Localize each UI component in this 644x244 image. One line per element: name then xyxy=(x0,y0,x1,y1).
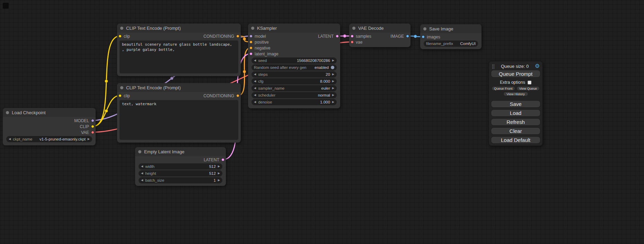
increment-arrow-icon[interactable]: ▶ xyxy=(218,165,220,168)
width-widget[interactable]: ◀ width 512 ▶ xyxy=(139,163,222,170)
node-empty-latent-image[interactable]: Empty Latent Image LATENT ◀ width 512 ▶ … xyxy=(135,147,226,186)
collapse-dot[interactable] xyxy=(352,27,355,30)
increment-arrow-icon[interactable]: ▶ xyxy=(218,179,220,182)
collapse-dot[interactable] xyxy=(6,111,9,114)
widget-value: 20 xyxy=(326,72,330,76)
toggle-knob[interactable] xyxy=(331,66,334,69)
save-button[interactable]: Save xyxy=(491,100,540,108)
scheduler-widget[interactable]: ◀ scheduler normal ▶ xyxy=(252,92,337,98)
conditioning-output-dot[interactable] xyxy=(236,94,239,97)
link-midpoint-dot[interactable] xyxy=(243,37,246,40)
clip-input-dot[interactable] xyxy=(118,94,122,97)
batch-size-widget[interactable]: ◀ batch_size 1 ▶ xyxy=(139,177,222,183)
images-input-dot[interactable] xyxy=(422,35,425,38)
collapse-dot[interactable] xyxy=(423,27,426,30)
drag-handle-icon[interactable]: ⣿ xyxy=(492,64,495,69)
graph-canvas[interactable]: Load Checkpoint MODEL CLIP VAE xyxy=(0,0,644,244)
increment-arrow-icon[interactable]: ▶ xyxy=(332,73,334,76)
cfg-widget[interactable]: ◀ cfg 8.000 ▶ xyxy=(252,78,337,84)
collapse-dot[interactable] xyxy=(120,86,123,89)
increment-arrow-icon[interactable]: ▶ xyxy=(332,80,334,83)
increment-arrow-icon[interactable]: ▶ xyxy=(88,138,90,141)
link-midpoint-dot[interactable] xyxy=(105,109,108,112)
decrement-arrow-icon[interactable]: ◀ xyxy=(254,101,256,103)
node-title-bar[interactable]: Empty Latent Image xyxy=(135,147,226,156)
decrement-arrow-icon[interactable]: ◀ xyxy=(141,165,143,168)
prompt-text-area[interactable]: text, watermark xyxy=(120,100,238,140)
vae-output-dot[interactable] xyxy=(91,131,94,134)
latent-output-dot[interactable] xyxy=(336,35,339,38)
queue-prompt-button[interactable]: Queue Prompt xyxy=(491,70,540,78)
increment-arrow-icon[interactable]: ▶ xyxy=(332,101,334,103)
steps-widget[interactable]: ◀ steps 20 ▶ xyxy=(252,71,337,78)
decrement-arrow-icon[interactable]: ◀ xyxy=(254,80,256,83)
node-vae-decode[interactable]: VAE Decode samples IMAGE vae xyxy=(349,24,411,47)
node-title-bar[interactable]: VAE Decode xyxy=(349,24,411,33)
widget-value: 8.000 xyxy=(320,79,330,83)
random-seed-toggle[interactable]: Random seed after every gen enabled xyxy=(252,64,337,71)
filename-prefix-widget[interactable]: filename_prefix ComfyUI xyxy=(424,40,478,47)
latent-output-dot[interactable] xyxy=(221,158,224,161)
queue-size-label: Queue size: 0 xyxy=(501,64,529,69)
seed-widget[interactable]: ◀ seed 156680208700286 ▶ xyxy=(252,57,337,64)
view-history-button[interactable]: View History xyxy=(503,92,528,96)
collapse-dot[interactable] xyxy=(138,150,141,153)
decrement-arrow-icon[interactable]: ◀ xyxy=(141,172,143,175)
vae-input-dot[interactable] xyxy=(351,40,354,44)
node-clip-text-encode-negative[interactable]: CLIP Text Encode (Prompt) clip CONDITION… xyxy=(117,83,241,143)
decrement-arrow-icon[interactable]: ◀ xyxy=(141,179,143,182)
node-title-bar[interactable]: Load Checkpoint xyxy=(3,108,96,117)
height-widget[interactable]: ◀ height 512 ▶ xyxy=(139,170,222,177)
node-load-checkpoint[interactable]: Load Checkpoint MODEL CLIP VAE xyxy=(3,108,96,145)
clear-button[interactable]: Clear xyxy=(491,127,540,135)
positive-input-dot[interactable] xyxy=(249,40,253,44)
node-clip-text-encode-positive[interactable]: CLIP Text Encode (Prompt) clip CONDITION… xyxy=(117,24,241,76)
ckpt-name-widget[interactable]: ◀ ckpt_name v1-5-pruned-emaonly.ckpt ▶ xyxy=(6,136,92,142)
node-title-bar[interactable]: CLIP Text Encode (Prompt) xyxy=(117,24,241,33)
decrement-arrow-icon[interactable]: ◀ xyxy=(9,138,11,141)
prompt-text-area[interactable]: beautiful scenery nature glass bottle la… xyxy=(120,40,238,73)
node-body: images filename_prefix ComfyUI xyxy=(420,33,482,49)
widget-value: euler xyxy=(321,86,330,90)
latent-image-input-dot[interactable] xyxy=(249,52,253,55)
settings-gear-icon[interactable]: ⚙ xyxy=(535,63,540,69)
model-output-dot[interactable] xyxy=(91,119,94,122)
collapse-dot[interactable] xyxy=(251,27,254,30)
collapse-dot[interactable] xyxy=(120,27,123,30)
node-title-bar[interactable]: Save Image xyxy=(420,24,482,33)
image-output-dot[interactable] xyxy=(406,35,409,38)
link-midpoint-dot[interactable] xyxy=(343,35,346,38)
sampler-name-widget[interactable]: ◀ sampler_name euler ▶ xyxy=(252,85,337,91)
samples-input-dot[interactable] xyxy=(351,35,354,38)
view-queue-button[interactable]: View Queue xyxy=(517,86,540,91)
node-title-bar[interactable]: CLIP Text Encode (Prompt) xyxy=(117,83,241,92)
negative-input-dot[interactable] xyxy=(249,46,253,49)
link-midpoint-dot[interactable] xyxy=(414,35,417,38)
clip-input-dot[interactable] xyxy=(118,35,122,38)
increment-arrow-icon[interactable]: ▶ xyxy=(332,87,334,90)
load-default-button[interactable]: Load Default xyxy=(491,136,540,144)
increment-arrow-icon[interactable]: ▶ xyxy=(218,172,220,175)
queue-front-button[interactable]: Queue Front xyxy=(492,86,515,91)
model-input-dot[interactable] xyxy=(249,35,253,38)
slot-label: VAE xyxy=(81,130,89,135)
node-save-image[interactable]: Save Image images filename_prefix ComfyU… xyxy=(420,24,482,49)
link-midpoint-dot[interactable] xyxy=(170,76,174,80)
link-midpoint-dot[interactable] xyxy=(105,80,108,83)
slot-label: CLIP xyxy=(80,124,89,129)
decrement-arrow-icon[interactable]: ◀ xyxy=(254,73,256,76)
node-title-bar[interactable]: KSampler xyxy=(248,24,340,33)
denoise-widget[interactable]: ◀ denoise 1.000 ▶ xyxy=(252,99,337,105)
decrement-arrow-icon[interactable]: ◀ xyxy=(254,94,256,97)
load-button[interactable]: Load xyxy=(491,109,540,117)
clip-output-dot[interactable] xyxy=(91,125,94,128)
decrement-arrow-icon[interactable]: ◀ xyxy=(254,87,256,90)
conditioning-output-dot[interactable] xyxy=(236,35,239,38)
decrement-arrow-icon[interactable]: ◀ xyxy=(254,59,256,62)
node-ksampler[interactable]: KSampler model LATENT positive xyxy=(248,24,340,108)
extra-options-checkbox[interactable] xyxy=(528,81,531,84)
refresh-button[interactable]: Refresh xyxy=(491,118,540,126)
link-midpoint-dot[interactable] xyxy=(243,70,246,73)
increment-arrow-icon[interactable]: ▶ xyxy=(332,94,334,97)
increment-arrow-icon[interactable]: ▶ xyxy=(332,59,334,62)
